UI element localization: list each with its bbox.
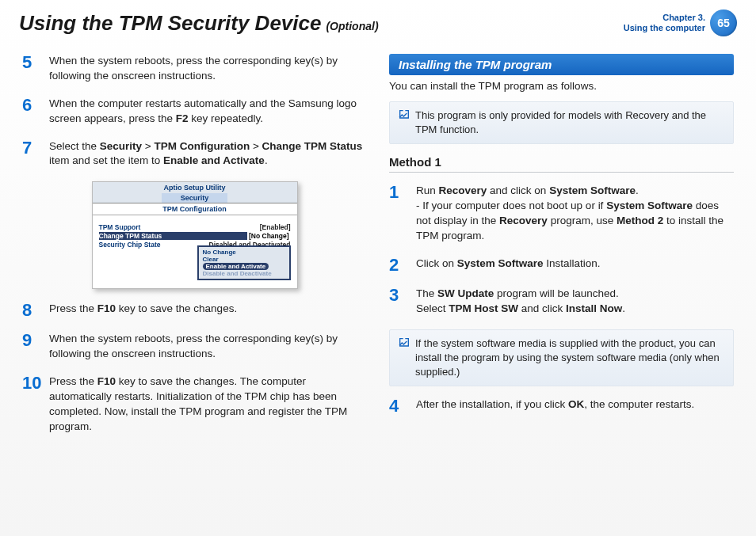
note-text: This program is only provided for models… [415, 108, 725, 137]
bios-tab-row: Security [93, 193, 297, 203]
bios-body: TPM Support [Enabled] Change TPM Status … [93, 215, 297, 288]
step-6: 6 When the computer restarts automatical… [22, 97, 367, 127]
step-number: 8 [22, 302, 43, 319]
step-number: 4 [389, 397, 410, 415]
bios-popup: No Change Clear Enable and Activate Disa… [197, 245, 291, 280]
left-column: 5 When the system reboots, press the cor… [22, 54, 367, 447]
note-text: If the system software media is supplied… [415, 336, 725, 380]
step-number: 10 [22, 374, 43, 435]
step-8: 8 Press the F10 key to save the changes. [22, 302, 367, 319]
section-heading: Installing the TPM program [389, 54, 734, 75]
step-body: Press the F10 key to save the changes. T… [49, 374, 367, 435]
step-number: 3 [389, 287, 410, 317]
bios-row: TPM Support [Enabled] [99, 223, 291, 231]
step-body: Run Recovery and click on System Softwar… [416, 184, 734, 244]
chapter-line1: Chapter 3. [624, 13, 705, 23]
note-box: This program is only provided for models… [389, 101, 734, 144]
method1-step-4: 4 After the installation, if you click O… [389, 397, 734, 415]
bios-row-selected: Change TPM Status [No Change] [99, 232, 291, 240]
step-body: The SW Update program will be launched. … [416, 287, 734, 317]
chapter-label: Chapter 3. Using the computer [624, 13, 710, 33]
bios-tab-security: Security [162, 193, 228, 203]
step-body: When the system reboots, press the corre… [49, 54, 367, 84]
method1-step-3: 3 The SW Update program will be launched… [389, 287, 734, 317]
divider [389, 172, 734, 173]
section-intro: You can install the TPM program as follo… [389, 80, 734, 92]
step-5: 5 When the system reboots, press the cor… [22, 54, 367, 84]
step-body: Click on System Software Installation. [416, 257, 734, 274]
bios-title: Aptio Setup Utility [93, 182, 297, 193]
method-heading: Method 1 [389, 155, 734, 169]
step-number: 9 [22, 332, 43, 362]
step-body: When the computer restarts automatically… [49, 97, 367, 127]
step-body: After the installation, if you click OK,… [416, 397, 734, 415]
step-number: 1 [389, 184, 410, 244]
page-title: Using the TPM Security Device [19, 11, 321, 36]
chapter-line2: Using the computer [624, 23, 705, 33]
step-number: 6 [22, 97, 43, 127]
step-7: 7 Select the Security > TPM Configuratio… [22, 139, 367, 169]
page-title-optional: (Optional) [326, 20, 378, 32]
bios-screenshot: Aptio Setup Utility Security TPM Configu… [92, 181, 298, 289]
right-column: Installing the TPM program You can insta… [389, 54, 734, 447]
step-number: 2 [389, 257, 410, 274]
note-icon [398, 336, 410, 349]
chapter-group: Chapter 3. Using the computer 65 [624, 10, 737, 36]
step-body: Press the F10 key to save the changes. [49, 302, 367, 319]
page-number-badge: 65 [710, 10, 737, 36]
step-9: 9 When the system reboots, press the cor… [22, 332, 367, 362]
note-box: If the system software media is supplied… [389, 329, 734, 387]
page-header: Using the TPM Security Device (Optional)… [0, 0, 756, 43]
title-group: Using the TPM Security Device (Optional) [19, 11, 379, 36]
method1-step-1: 1 Run Recovery and click on System Softw… [389, 184, 734, 244]
step-body: Select the Security > TPM Configuration … [49, 139, 367, 169]
bios-subheader: TPM Configuration [93, 203, 297, 215]
method1-step-2: 2 Click on System Software Installation. [389, 257, 734, 274]
step-number: 7 [22, 139, 43, 169]
step-10: 10 Press the F10 key to save the changes… [22, 374, 367, 435]
step-body: When the system reboots, press the corre… [49, 332, 367, 362]
step-number: 5 [22, 54, 43, 84]
note-icon [398, 108, 410, 121]
